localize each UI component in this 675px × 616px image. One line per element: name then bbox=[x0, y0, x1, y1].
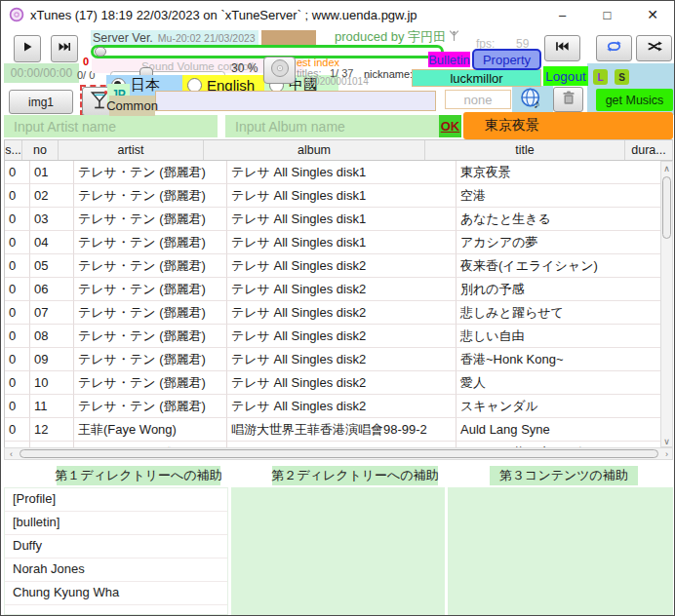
web-music-button[interactable]: ♪ bbox=[517, 88, 546, 111]
cd-icon bbox=[270, 58, 290, 82]
tan-indicator bbox=[261, 30, 316, 45]
table-cell: 04 bbox=[30, 231, 74, 254]
property-button[interactable]: Property bbox=[472, 49, 541, 70]
table-cell: 09 bbox=[30, 348, 74, 371]
table-row[interactable]: 005テレサ・テン (鄧麗君)テレサ All Singles disk2夜来香(… bbox=[5, 254, 660, 278]
table-cell: 08 bbox=[30, 325, 74, 348]
table-row[interactable]: 008テレサ・テン (鄧麗君)テレサ All Singles disk2悲しい自… bbox=[5, 325, 660, 348]
horizontal-scroll-thumb[interactable] bbox=[20, 449, 658, 458]
s-button[interactable]: S bbox=[615, 69, 629, 85]
titlebar: xTunes (17) 18:19 22/03/2023 on `xTuneSe… bbox=[1, 1, 674, 28]
table-cell: テレサ・テン (鄧麗君) bbox=[74, 184, 227, 208]
server-version-value: Mu-20:02 21/03/2023 bbox=[158, 32, 256, 44]
artist-search-input[interactable] bbox=[4, 115, 218, 137]
repeat-button[interactable] bbox=[596, 35, 632, 61]
server-version-strip: Server Ver. Mu-20:02 21/03/2023 bbox=[91, 30, 258, 46]
repeat-icon bbox=[605, 38, 623, 58]
table-cell: テレサ All Singles disk2 bbox=[227, 325, 457, 348]
table-cell: 0 bbox=[5, 231, 30, 254]
table-row[interactable]: 011テレサ・テン (鄧麗君)テレサ All Singles disk2スキャン… bbox=[5, 395, 660, 418]
bulletin-button[interactable]: Bulletin bbox=[428, 52, 470, 67]
table-cell: 0 bbox=[5, 395, 30, 418]
table-row[interactable]: 006テレサ・テン (鄧麗君)テレサ All Singles disk2別れの予… bbox=[5, 278, 660, 301]
directory-list-item[interactable]: Chung Kyung Wha bbox=[5, 582, 227, 605]
table-cell: 07 bbox=[30, 301, 74, 325]
play-button[interactable] bbox=[14, 35, 41, 62]
maximize-button[interactable]: □ bbox=[585, 1, 629, 28]
directory-list-item[interactable]: Norah Jones bbox=[5, 558, 227, 582]
table-row[interactable]: 012王菲(Faye Wong)唱游大世界王菲香港演唱會98-99-2Auld … bbox=[5, 418, 660, 442]
ok-button[interactable]: OK bbox=[439, 115, 461, 137]
table-cell: テレサ All Singles disk2 bbox=[227, 348, 457, 371]
shuffle-icon bbox=[646, 38, 663, 58]
common-input[interactable] bbox=[155, 91, 436, 111]
directory2-panel[interactable] bbox=[231, 487, 445, 615]
minimize-button[interactable]: – bbox=[540, 1, 584, 28]
table-cell: テレサ・テン (鄧麗君) bbox=[74, 254, 227, 278]
table-column-header[interactable]: album bbox=[204, 140, 425, 160]
album-search-input[interactable] bbox=[225, 115, 439, 137]
scroll-left-icon[interactable]: ‹ bbox=[5, 448, 18, 459]
get-musics-button[interactable]: get Musics bbox=[596, 89, 673, 111]
table-row[interactable]: 009テレサ・テン (鄧麗君)テレサ All Singles disk2香港~H… bbox=[5, 348, 660, 371]
table-cell: 11 bbox=[30, 395, 74, 418]
logout-button[interactable]: Logout bbox=[543, 66, 588, 86]
next-track-button[interactable] bbox=[51, 35, 78, 62]
table-cell: 0 bbox=[5, 371, 30, 395]
nickname-label: nickname: bbox=[364, 68, 413, 80]
scroll-down-icon[interactable]: ∨ bbox=[661, 435, 672, 447]
scroll-right-icon[interactable]: › bbox=[660, 448, 673, 459]
shuffle-button[interactable] bbox=[636, 35, 672, 61]
table-column-header[interactable]: title bbox=[425, 140, 625, 160]
window-title: xTunes (17) 18:19 22/03/2023 on `xTuneSe… bbox=[30, 8, 417, 22]
table-cell: 別れの予感 bbox=[457, 278, 660, 301]
table-cell: 悲しみと躍らせて bbox=[457, 301, 660, 325]
table-column-header[interactable]: s... bbox=[5, 140, 22, 160]
now-playing-banner: 東京夜景 bbox=[463, 112, 673, 139]
table-row[interactable]: 003テレサ・テン (鄧麗君)テレサ All Singles disk1あなたと… bbox=[5, 208, 660, 231]
table-cell: テレサ・テン (鄧麗君) bbox=[74, 371, 227, 395]
directory-list-item[interactable]: Duffy bbox=[5, 535, 227, 558]
none-select[interactable]: none bbox=[445, 90, 511, 109]
server-version-label: Server Ver. bbox=[93, 31, 153, 45]
svg-text:♪: ♪ bbox=[534, 96, 540, 109]
skip-prev-icon bbox=[554, 38, 571, 58]
nickname-value: luckmillor bbox=[412, 69, 541, 87]
delete-button[interactable] bbox=[553, 87, 583, 112]
seek-thumb[interactable] bbox=[95, 47, 106, 57]
table-cell: 12 bbox=[30, 418, 74, 442]
img1-button[interactable]: img1 bbox=[9, 90, 73, 114]
horizontal-scrollbar[interactable]: ‹ › bbox=[4, 447, 673, 460]
panel-header-contents3: 第３コンテンツの補助 bbox=[490, 466, 638, 485]
cd-button[interactable] bbox=[263, 57, 296, 84]
directory-list-item[interactable]: [bulletin] bbox=[5, 512, 227, 535]
app-icon bbox=[9, 7, 24, 22]
common-tab[interactable]: Common bbox=[109, 96, 155, 116]
table-column-header[interactable]: dura... bbox=[625, 140, 673, 160]
table-cell: 10 bbox=[30, 371, 74, 395]
vertical-scrollbar[interactable]: ∧ ∨ bbox=[660, 161, 673, 447]
table-cell: テレサ All Singles disk2 bbox=[227, 395, 457, 418]
contents3-panel[interactable] bbox=[448, 487, 673, 615]
table-row[interactable]: 001テレサ・テン (鄧麗君)テレサ All Singles disk1東京夜景… bbox=[5, 161, 660, 184]
table-column-header[interactable]: artist bbox=[59, 140, 204, 160]
directory-list-item[interactable]: [Profile] bbox=[5, 488, 227, 512]
l-button[interactable]: L bbox=[593, 69, 608, 85]
table-row[interactable]: 007テレサ・テン (鄧麗君)テレサ All Singles disk2悲しみと… bbox=[5, 301, 660, 325]
table-cell: 0 bbox=[5, 184, 30, 208]
table-row[interactable]: 010テレサ・テン (鄧麗君)テレサ All Singles disk2愛人03… bbox=[5, 371, 660, 395]
table-cell: アカシアの夢 bbox=[457, 231, 660, 254]
table-cell: 愛人 bbox=[457, 371, 660, 395]
vertical-scroll-thumb[interactable] bbox=[662, 176, 671, 239]
table-column-header[interactable]: no bbox=[22, 140, 59, 160]
table-cell: テレサ・テン (鄧麗君) bbox=[74, 278, 227, 301]
table-row[interactable]: 002テレサ・テン (鄧麗君)テレサ All Singles disk1空港03… bbox=[5, 184, 660, 208]
prev-track-button[interactable] bbox=[544, 35, 580, 61]
xtunes-window: xTunes (17) 18:19 22/03/2023 on `xTuneSe… bbox=[0, 0, 675, 616]
table-row[interactable]: 004テレサ・テン (鄧麗君)テレサ All Singles disk1アカシア… bbox=[5, 231, 660, 254]
table-cell: 悲しい自由 bbox=[457, 325, 660, 348]
table-cell: 0 bbox=[5, 418, 30, 442]
scroll-up-icon[interactable]: ∧ bbox=[661, 162, 672, 174]
close-button[interactable]: ✕ bbox=[630, 1, 675, 28]
table-cell: 0 bbox=[5, 301, 30, 325]
